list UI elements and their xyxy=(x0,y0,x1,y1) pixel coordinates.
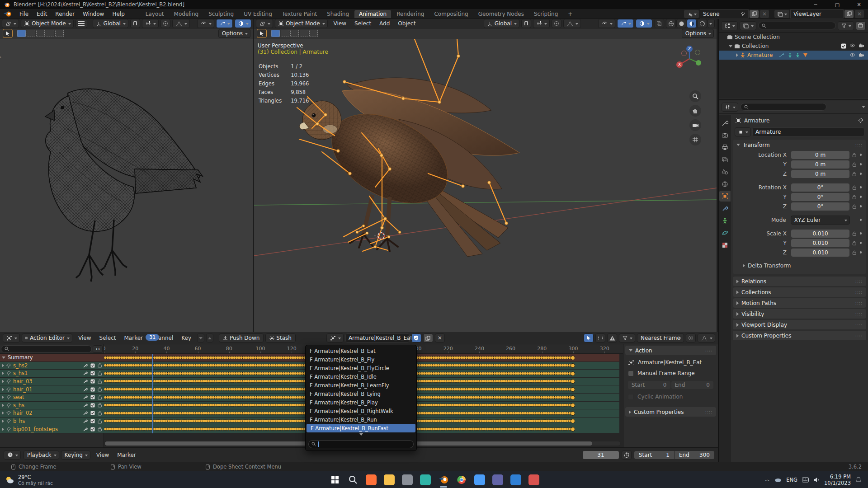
push-down-button[interactable]: Push Down xyxy=(219,333,264,343)
manual-frame-range-checkbox[interactable] xyxy=(628,371,634,376)
mode-selector[interactable]: Object Mode xyxy=(275,19,328,28)
taskbar-icon-chrome[interactable] xyxy=(456,474,467,485)
action-dropdown-item[interactable]: F Armature|Kestrel_B_FlyCircle xyxy=(306,364,416,372)
panel-grip[interactable]: :::: xyxy=(855,143,863,147)
toggle-grid-icon[interactable] xyxy=(689,134,701,145)
snap-magnet-icon[interactable] xyxy=(130,19,140,28)
channel-hair_02[interactable]: hair_02 xyxy=(0,409,104,418)
taskbar-icon-photos[interactable] xyxy=(402,474,413,485)
menu-edit[interactable]: Edit xyxy=(33,11,51,17)
select-mode-circle[interactable] xyxy=(36,30,45,37)
transform-field-y[interactable]: 0° xyxy=(791,193,849,201)
object-visibility-button[interactable] xyxy=(598,19,615,28)
minimize-button[interactable]: ─ xyxy=(807,0,825,9)
action-dropdown-item[interactable]: F Armature|Kestrel_B_Lying xyxy=(306,389,416,398)
transform-field-z[interactable]: 0 m xyxy=(791,170,849,178)
taskbar-icon-explorer[interactable] xyxy=(384,474,395,485)
timeline-menu-playback[interactable]: Playback xyxy=(24,450,59,460)
workspace-tab-compositing[interactable]: Compositing xyxy=(429,10,472,18)
viewlayer-browse-button[interactable] xyxy=(774,9,790,19)
dopesheet-menu-select[interactable]: Select xyxy=(95,335,120,341)
workspace-tab-geometry-nodes[interactable]: Geometry Nodes xyxy=(474,10,528,18)
menu-help[interactable]: Help xyxy=(108,11,128,17)
workspace-tab-texture-paint[interactable]: Texture Paint xyxy=(278,10,321,18)
taskbar-icon-store[interactable] xyxy=(474,474,485,485)
transform-orientation[interactable]: Global xyxy=(484,19,519,28)
mode-selector[interactable]: Object Mode xyxy=(21,19,74,28)
channel-search-field[interactable] xyxy=(1,345,92,353)
proportional-falloff[interactable] xyxy=(698,333,715,343)
fake-user-shield-button[interactable] xyxy=(411,333,421,343)
properties-tab-tool[interactable] xyxy=(719,117,731,128)
outliner-row-scene-collection[interactable]: Scene Collection xyxy=(719,33,868,42)
dopesheet-menu-view[interactable]: View xyxy=(74,335,95,341)
transform-field-scale-x[interactable]: 0.010 xyxy=(791,230,849,238)
animate-dot[interactable] xyxy=(860,219,862,221)
taskbar-icon-zalo[interactable] xyxy=(528,474,539,485)
channel-bip001_footsteps[interactable]: bip001_footsteps xyxy=(0,425,104,433)
properties-tab-output[interactable] xyxy=(719,142,731,153)
gizmos-toggle[interactable] xyxy=(617,19,634,28)
rotation-mode-dropdown[interactable]: XYZ Euler xyxy=(791,216,850,225)
workspace-tab-animation[interactable]: Animation xyxy=(354,10,391,18)
viewport-menu-select[interactable]: Select xyxy=(350,20,375,27)
taskbar-icon-edge[interactable] xyxy=(420,474,431,485)
channel-hair_01[interactable]: hair_01 xyxy=(0,385,104,394)
unlink-action-button[interactable]: ✕ xyxy=(435,333,445,343)
animate-dot[interactable] xyxy=(860,232,862,235)
move-channel-up-button[interactable] xyxy=(206,333,213,343)
taskbar-icon-teams[interactable] xyxy=(492,474,503,485)
properties-tab-data[interactable] xyxy=(719,215,731,226)
tray-expand-chevron[interactable]: ︿ xyxy=(765,476,770,483)
proportional-falloff[interactable] xyxy=(172,19,190,28)
filter-button[interactable] xyxy=(619,333,635,343)
channel-summary[interactable]: Summary xyxy=(0,354,104,362)
workspace-tab-sculpting[interactable]: Sculpting xyxy=(204,10,238,18)
taskbar-clock[interactable]: 6:19 PM 10/1/2023 xyxy=(824,474,851,486)
pin-icon[interactable] xyxy=(858,118,863,123)
action-dropdown-item[interactable]: F Armature|Kestrel_B_Fly xyxy=(306,355,416,364)
properties-tab-physics[interactable] xyxy=(719,227,731,238)
animate-dot[interactable] xyxy=(860,205,862,207)
properties-tab-render[interactable] xyxy=(719,130,731,141)
action-dropdown-item[interactable]: F Armature|Kestrel_B_Play xyxy=(306,398,416,407)
channel-s_hs2[interactable]: s_hs2 xyxy=(0,362,104,370)
toolbar-expand-arrow[interactable]: ▸ xyxy=(0,54,1,59)
panel-viewport-display[interactable]: Viewport Display:::: xyxy=(733,320,866,329)
timeline-editor-type[interactable] xyxy=(4,450,21,460)
action-dropdown-item[interactable]: F Armature|Kestrel_B_Idle xyxy=(306,372,416,381)
timeline-menu-keying[interactable]: Keying xyxy=(61,450,90,460)
workspace-tab-shading[interactable]: Shading xyxy=(322,10,354,18)
active-tool-select-icon[interactable] xyxy=(3,29,13,38)
scene-browse-button[interactable] xyxy=(684,9,699,19)
end-frame-field[interactable]: End300 xyxy=(675,451,714,459)
select-mode-paint[interactable] xyxy=(309,30,318,37)
options-button[interactable]: Options xyxy=(218,29,250,38)
start-frame-field[interactable]: Start1 xyxy=(634,451,674,459)
taskbar-icon-start[interactable] xyxy=(330,474,340,485)
properties-tab-viewlayer[interactable] xyxy=(719,154,731,165)
action-dropdown-item[interactable]: F Armature|Kestrel_B_RightWalk xyxy=(306,407,416,415)
workspace-tab-uv-editing[interactable]: UV Editing xyxy=(239,10,277,18)
dopesheet-menu-key[interactable]: Key xyxy=(177,335,195,341)
use-preview-range-toggle[interactable] xyxy=(622,450,632,460)
editor-type-button[interactable] xyxy=(256,19,273,28)
viewlayer-delete-button[interactable]: ✕ xyxy=(854,9,864,19)
snap-settings[interactable] xyxy=(533,19,550,28)
workspace-tab-scripting[interactable]: Scripting xyxy=(529,10,562,18)
dropdown-scroll-indicator[interactable] xyxy=(359,433,363,436)
overlays-toggle[interactable] xyxy=(636,19,652,28)
scene-copy-button[interactable] xyxy=(749,9,759,19)
taskbar-icon-blender[interactable] xyxy=(438,474,449,485)
menu-window[interactable]: Window xyxy=(79,11,108,17)
properties-tab-texture[interactable] xyxy=(719,239,731,250)
action-name-field[interactable]: Armature|Kestrel_B_Eat xyxy=(345,333,410,343)
taskbar-weather-widget[interactable]: 29°C Có mây rải rác xyxy=(0,474,104,486)
errors-only-toggle[interactable] xyxy=(607,333,617,343)
viewlayer-copy-button[interactable] xyxy=(844,9,854,19)
properties-search-field[interactable] xyxy=(741,103,826,111)
add-workspace-button[interactable]: + xyxy=(563,10,577,18)
animate-dot[interactable] xyxy=(860,154,862,156)
object-name-field[interactable]: Armature xyxy=(752,127,864,136)
playhead-line[interactable] xyxy=(152,354,153,433)
